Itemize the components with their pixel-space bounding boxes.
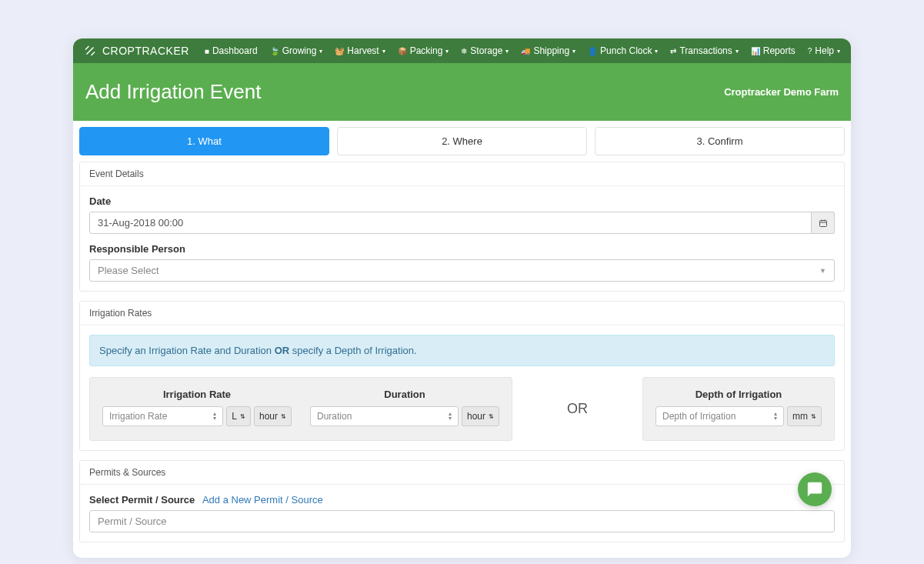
depth-unit-select[interactable]: mm⇅ <box>787 406 822 426</box>
nav-icon: ? <box>808 47 812 55</box>
nav-icon: 🍃 <box>270 47 279 55</box>
nav-icon: 🧺 <box>335 47 344 55</box>
nav-item-growing[interactable]: 🍃Growing▾ <box>264 45 329 56</box>
nav-item-reports[interactable]: 📊Reports <box>745 45 802 56</box>
stepper-icon: ▴▾ <box>213 412 216 421</box>
duration-input[interactable]: Duration ▴▾ <box>310 406 459 426</box>
permit-placeholder: Permit / Source <box>98 516 167 527</box>
duration-title: Duration <box>310 389 499 400</box>
permit-select[interactable]: Permit / Source <box>89 510 835 532</box>
stepper-icon: ▴▾ <box>449 412 452 421</box>
calendar-icon[interactable] <box>812 212 835 234</box>
page-header: Add Irrigation Event Croptracker Demo Fa… <box>73 63 851 121</box>
caret-down-icon: ▾ <box>445 48 449 55</box>
nav-item-dashboard[interactable]: ■Dashboard <box>198 45 264 56</box>
rates-info-alert: Specify an Irrigation Rate and Duration … <box>89 335 835 366</box>
nav-item-punch-clock[interactable]: 👤Punch Clock▾ <box>582 45 664 56</box>
tab-what[interactable]: 1. What <box>79 127 329 155</box>
duration-unit-select[interactable]: hour⇅ <box>462 406 499 426</box>
brand-logo-icon <box>82 43 98 58</box>
irrigation-rate-title: Irrigation Rate <box>102 389 292 400</box>
caret-down-icon: ▾ <box>382 48 385 55</box>
permit-label: Select Permit / Source Add a New Permit … <box>89 494 835 506</box>
tab-where[interactable]: 2. Where <box>337 127 587 155</box>
chevron-down-icon: ▼ <box>819 267 826 275</box>
rate-unit1-select[interactable]: L⇅ <box>226 406 251 426</box>
nav-icon: ■ <box>205 47 209 55</box>
depth-input[interactable]: Depth of Irrigation ▴▾ <box>655 406 784 426</box>
nav-right: ?Help▾🏠Farm Manager▾ <box>802 45 851 56</box>
caret-down-icon: ▾ <box>505 48 509 55</box>
nav-icon: 📊 <box>751 47 760 55</box>
nav-item-farm-manager[interactable]: 🏠Farm Manager▾ <box>846 45 851 56</box>
nav-item-packing[interactable]: 📦Packing▾ <box>392 45 455 56</box>
date-input[interactable] <box>89 212 812 234</box>
nav-left: ■Dashboard🍃Growing▾🧺Harvest▾📦Packing▾❄St… <box>198 45 802 56</box>
nav-item-storage[interactable]: ❄Storage▾ <box>455 45 515 56</box>
farm-name: Croptracker Demo Farm <box>724 86 839 98</box>
permits-header: Permits & Sources <box>80 461 844 485</box>
nav-icon: ❄ <box>461 47 467 55</box>
responsible-select[interactable]: Please Select ▼ <box>89 259 835 282</box>
permits-panel: Permits & Sources Select Permit / Source… <box>79 460 845 542</box>
chat-button[interactable] <box>798 472 832 506</box>
nav-icon: 📦 <box>398 47 407 55</box>
responsible-placeholder: Please Select <box>98 265 159 276</box>
rate-duration-box: Irrigation Rate Irrigation Rate ▴▾ L⇅ <box>89 377 512 441</box>
brand[interactable]: CROPTRACKER <box>82 43 189 58</box>
date-label: Date <box>89 195 835 207</box>
nav-icon: 🚚 <box>521 47 530 55</box>
caret-down-icon: ▾ <box>837 48 840 55</box>
wizard-tabs: 1. What2. Where3. Confirm <box>79 127 845 155</box>
content: 1. What2. Where3. Confirm Event Details … <box>73 121 851 558</box>
or-separator: OR <box>512 401 642 417</box>
stepper-icon: ▴▾ <box>774 412 777 421</box>
chat-icon <box>806 481 823 498</box>
irrigation-rates-panel: Irrigation Rates Specify an Irrigation R… <box>79 301 845 451</box>
caret-down-icon: ▾ <box>572 48 575 55</box>
nav-item-help[interactable]: ?Help▾ <box>802 45 846 56</box>
nav-item-harvest[interactable]: 🧺Harvest▾ <box>329 45 391 56</box>
irrigation-rates-header: Irrigation Rates <box>80 302 844 325</box>
app-window: CROPTRACKER ■Dashboard🍃Growing▾🧺Harvest▾… <box>73 38 851 558</box>
nav-item-shipping[interactable]: 🚚Shipping▾ <box>515 45 582 56</box>
navbar: CROPTRACKER ■Dashboard🍃Growing▾🧺Harvest▾… <box>73 38 851 63</box>
depth-title: Depth of Irrigation <box>655 389 822 400</box>
page-title: Add Irrigation Event <box>85 80 261 104</box>
nav-icon: ⇄ <box>670 47 676 55</box>
depth-box: Depth of Irrigation Depth of Irrigation … <box>642 377 835 441</box>
caret-down-icon: ▾ <box>736 48 739 55</box>
nav-item-transactions[interactable]: ⇄Transactions▾ <box>664 45 744 56</box>
event-details-header: Event Details <box>80 162 844 186</box>
irrigation-rate-input[interactable]: Irrigation Rate ▴▾ <box>102 406 223 426</box>
caret-down-icon: ▾ <box>655 48 658 55</box>
add-permit-link[interactable]: Add a New Permit / Source <box>202 494 323 506</box>
svg-rect-0 <box>819 220 826 226</box>
nav-icon: 👤 <box>588 47 597 55</box>
brand-text: CROPTRACKER <box>102 45 189 57</box>
event-details-panel: Event Details Date Responsible Person Pl… <box>79 162 845 292</box>
caret-down-icon: ▾ <box>319 48 322 55</box>
rate-unit2-select[interactable]: hour⇅ <box>254 406 292 426</box>
tab-confirm[interactable]: 3. Confirm <box>595 127 845 155</box>
responsible-label: Responsible Person <box>89 243 835 255</box>
